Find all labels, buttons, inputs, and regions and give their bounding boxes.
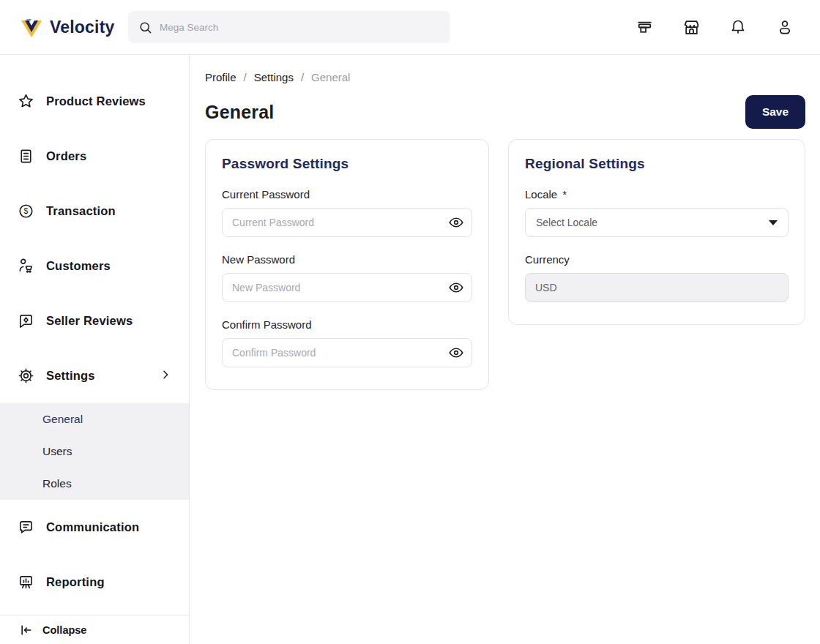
sidebar: Product Reviews Orders $ Transaction bbox=[0, 55, 190, 644]
chevron-right-icon bbox=[160, 369, 171, 383]
breadcrumb-general: General bbox=[311, 71, 350, 83]
toggle-password-visibility-button[interactable] bbox=[448, 280, 464, 296]
sidebar-item-label: Customers bbox=[46, 259, 111, 273]
confirm-password-field bbox=[222, 338, 472, 367]
collapse-left-icon bbox=[19, 623, 34, 637]
presentation-chart-icon bbox=[18, 574, 34, 591]
locale-label-text: Locale bbox=[525, 188, 557, 201]
gear-icon bbox=[18, 367, 34, 384]
locale-select-value: Select Locale bbox=[536, 217, 597, 228]
svg-text:$: $ bbox=[24, 206, 29, 215]
submenu-item-roles[interactable]: Roles bbox=[0, 468, 189, 500]
new-password-field bbox=[222, 273, 472, 302]
sidebar-item-label: Product Reviews bbox=[46, 94, 146, 108]
current-password-field bbox=[222, 208, 472, 237]
page-title: General bbox=[205, 102, 275, 123]
password-settings-card: Password Settings Current Password New P… bbox=[205, 139, 489, 390]
account-icon[interactable] bbox=[775, 17, 795, 37]
search-input[interactable] bbox=[160, 22, 440, 33]
submenu-item-general[interactable]: General bbox=[0, 403, 189, 435]
new-password-input[interactable] bbox=[222, 273, 472, 302]
sidebar-item-label: Seller Reviews bbox=[46, 314, 133, 328]
chat-bubble-icon bbox=[18, 519, 34, 536]
current-password-input[interactable] bbox=[222, 208, 472, 237]
sidebar-item-reporting[interactable]: Reporting bbox=[0, 555, 189, 610]
collapse-label: Collapse bbox=[42, 624, 86, 636]
dollar-circle-icon: $ bbox=[18, 203, 34, 220]
caret-down-icon bbox=[769, 220, 778, 225]
locale-label: Locale * bbox=[525, 188, 789, 201]
velocity-logo-icon bbox=[19, 15, 44, 40]
regional-settings-card: Regional Settings Locale * Select Locale… bbox=[508, 139, 805, 325]
star-icon bbox=[18, 93, 34, 110]
sidebar-item-label: Reporting bbox=[46, 575, 105, 589]
eye-icon bbox=[448, 280, 464, 296]
confirm-password-input[interactable] bbox=[222, 338, 472, 367]
brand-logo[interactable]: Velocity bbox=[0, 15, 128, 40]
app-header: Velocity bbox=[0, 0, 820, 55]
sidebar-item-label: Orders bbox=[46, 149, 86, 163]
orders-icon bbox=[18, 148, 34, 165]
mega-search-bar[interactable] bbox=[128, 11, 450, 43]
brand-name: Velocity bbox=[50, 18, 115, 37]
search-icon bbox=[138, 20, 152, 34]
sidebar-item-orders[interactable]: Orders bbox=[0, 129, 189, 184]
sidebar-item-label: Communication bbox=[46, 520, 139, 534]
current-password-label: Current Password bbox=[222, 188, 472, 201]
save-button[interactable]: Save bbox=[745, 95, 805, 129]
locale-select[interactable]: Select Locale bbox=[525, 208, 789, 237]
counter-icon[interactable] bbox=[634, 17, 655, 37]
collapse-sidebar-button[interactable]: Collapse bbox=[0, 615, 189, 644]
customer-cart-icon bbox=[18, 258, 34, 274]
required-asterisk: * bbox=[562, 188, 567, 201]
card-title: Password Settings bbox=[222, 156, 472, 172]
eye-icon bbox=[448, 214, 464, 231]
main-content: Profile / Settings / General General Sav… bbox=[190, 55, 820, 390]
currency-label: Currency bbox=[525, 253, 789, 266]
eye-icon bbox=[448, 345, 464, 361]
breadcrumb-settings[interactable]: Settings bbox=[254, 71, 294, 83]
sidebar-item-label: Transaction bbox=[46, 204, 116, 218]
storefront-icon[interactable] bbox=[681, 17, 701, 37]
sidebar-item-transaction[interactable]: $ Transaction bbox=[0, 184, 189, 239]
toggle-password-visibility-button[interactable] bbox=[448, 345, 464, 361]
sidebar-item-product-reviews[interactable]: Product Reviews bbox=[0, 74, 189, 129]
toggle-password-visibility-button[interactable] bbox=[448, 214, 464, 231]
sidebar-item-seller-reviews[interactable]: Seller Reviews bbox=[0, 293, 189, 348]
submenu-item-users[interactable]: Users bbox=[0, 435, 189, 468]
confirm-password-label: Confirm Password bbox=[222, 318, 472, 331]
breadcrumb-separator: / bbox=[301, 71, 304, 83]
title-row: General Save bbox=[205, 95, 805, 129]
bell-icon[interactable] bbox=[728, 17, 748, 37]
settings-submenu: General Users Roles bbox=[0, 403, 189, 500]
currency-input bbox=[525, 273, 789, 302]
breadcrumb-separator: / bbox=[244, 71, 247, 83]
sidebar-item-settings[interactable]: Settings bbox=[0, 348, 189, 403]
new-password-label: New Password bbox=[222, 253, 472, 266]
settings-cards: Password Settings Current Password New P… bbox=[205, 139, 805, 390]
sidebar-item-label: Settings bbox=[46, 369, 95, 383]
card-title: Regional Settings bbox=[525, 156, 789, 172]
breadcrumb-profile[interactable]: Profile bbox=[205, 71, 236, 83]
sidebar-item-communication[interactable]: Communication bbox=[0, 500, 189, 555]
header-actions bbox=[634, 17, 820, 37]
breadcrumb: Profile / Settings / General bbox=[205, 71, 805, 83]
sidebar-item-customers[interactable]: Customers bbox=[0, 239, 189, 293]
review-bubble-icon bbox=[18, 312, 34, 329]
